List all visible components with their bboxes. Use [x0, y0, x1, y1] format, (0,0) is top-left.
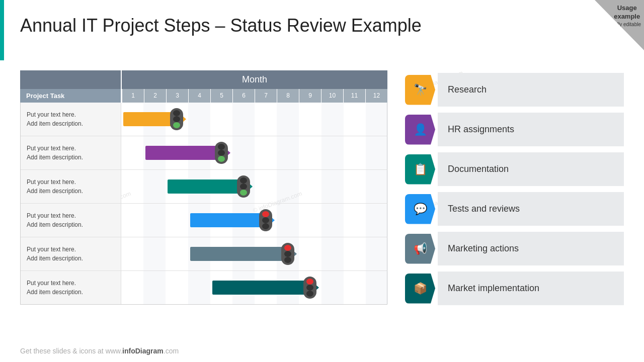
gantt-task-col-label: Project Task: [20, 89, 121, 103]
legend-icon-sym-1: 👤: [414, 123, 427, 136]
gantt-bar-area-3: [121, 204, 387, 237]
gantt-bar-area-4: [121, 237, 387, 270]
legend-icon-bg-0: 🔭: [405, 75, 435, 105]
gantt-body: Put your text here.Add item description.…: [20, 103, 387, 305]
traffic-light-1: [215, 142, 228, 164]
gantt-task-cell-2: Put your text here.Add item description.: [21, 170, 121, 203]
gantt-bar-area-0: [121, 103, 387, 136]
main-content: Month Project Task 123456789101112 Put y…: [20, 70, 624, 332]
gantt-task-cell-1: Put your text here.Add item description.: [21, 136, 121, 169]
legend-item-3: 💬 Tests and reviews: [403, 192, 624, 226]
month-col-6: 6: [232, 89, 255, 103]
legend-icon-bg-1: 👤: [405, 115, 435, 145]
legend-item-0: 🔭 Research: [403, 73, 624, 107]
traffic-light-3: [259, 209, 272, 231]
gantt-month-cols: 123456789101112: [121, 89, 387, 103]
month-col-11: 11: [343, 89, 365, 103]
gantt-row: Put your text here.Add item description.: [21, 271, 387, 304]
month-col-10: 10: [321, 89, 343, 103]
legend-icon-bg-2: 📋: [405, 154, 435, 185]
gantt-task-header: [20, 70, 121, 89]
month-col-1: 1: [122, 89, 144, 103]
gantt-task-cell-3: Put your text here.Add item description.: [21, 204, 121, 237]
legend-icon-5: 📦: [403, 272, 438, 305]
gantt-bar-area-2: [121, 170, 387, 203]
gantt-row: Put your text here.Add item description.: [21, 136, 387, 170]
month-col-12: 12: [365, 89, 387, 103]
gantt-month-header: Month: [121, 70, 387, 89]
legend-item-4: 📢 Marketing actions: [403, 232, 624, 265]
month-col-2: 2: [144, 89, 166, 103]
legend-label-2: Documentation: [438, 152, 624, 186]
legend-icon-3: 💬: [403, 192, 438, 226]
gantt-bar-area-5: [121, 271, 387, 304]
legend-icon-sym-5: 📦: [414, 282, 427, 295]
gantt-row: Put your text here.Add item description.: [21, 237, 387, 271]
month-col-5: 5: [210, 89, 232, 103]
legend-label-1: HR assignments: [438, 113, 624, 146]
legend-item-5: 📦 Market implementation: [403, 272, 624, 305]
legend-icon-sym-4: 📢: [414, 242, 427, 255]
traffic-light-2: [237, 175, 250, 198]
legend-item-2: 📋 Documentation: [403, 152, 624, 186]
traffic-light-5: [303, 277, 316, 299]
gantt-task-cell-5: Put your text here.Add item description.: [21, 271, 121, 304]
gantt-row: Put your text here.Add item description.: [21, 103, 387, 136]
legend-label-3: Tests and reviews: [438, 192, 624, 226]
month-col-4: 4: [188, 89, 210, 103]
month-col-7: 7: [255, 89, 277, 103]
legend-label-4: Marketing actions: [438, 232, 624, 265]
left-accent: [0, 0, 4, 60]
gantt-header-row: Month: [20, 70, 387, 89]
month-col-9: 9: [299, 89, 321, 103]
traffic-light-4: [281, 243, 294, 265]
gantt-row: Put your text here.Add item description.: [21, 204, 387, 237]
legend-label-0: Research: [438, 73, 624, 107]
gantt-task-cell-4: Put your text here.Add item description.: [21, 237, 121, 270]
gantt-row: Put your text here.Add item description.: [21, 170, 387, 204]
legend-label-5: Market implementation: [438, 272, 624, 305]
legend-icon-bg-4: 📢: [405, 234, 435, 264]
page-title: Annual IT Project Steps – Status Review …: [20, 15, 422, 36]
gantt-cols-row: Project Task 123456789101112: [20, 89, 387, 103]
legend-section: 🔭 Research 👤 HR assignments 📋 Documentat…: [403, 70, 624, 332]
gantt-section: Month Project Task 123456789101112 Put y…: [20, 70, 387, 332]
gantt-bar-area-1: [121, 136, 387, 169]
legend-icon-bg-5: 📦: [405, 274, 435, 304]
legend-icon-2: 📋: [403, 152, 438, 186]
traffic-light-0: [170, 108, 183, 130]
legend-icon-0: 🔭: [403, 73, 438, 107]
month-col-3: 3: [166, 89, 188, 103]
legend-icon-bg-3: 💬: [405, 194, 435, 224]
footer: Get these slides & icons at www.infoDiag…: [20, 347, 179, 355]
month-col-8: 8: [277, 89, 299, 103]
usage-banner-text: Usage example fully editable: [613, 4, 641, 28]
legend-item-1: 👤 HR assignments: [403, 113, 624, 146]
legend-icon-1: 👤: [403, 113, 438, 146]
legend-icon-sym-2: 📋: [414, 163, 427, 176]
gantt-task-cell-0: Put your text here.Add item description.: [21, 103, 121, 136]
legend-icon-sym-0: 🔭: [414, 83, 427, 97]
legend-icon-4: 📢: [403, 232, 438, 265]
usage-banner: Usage example fully editable: [574, 0, 644, 50]
legend-icon-sym-3: 💬: [414, 203, 427, 216]
